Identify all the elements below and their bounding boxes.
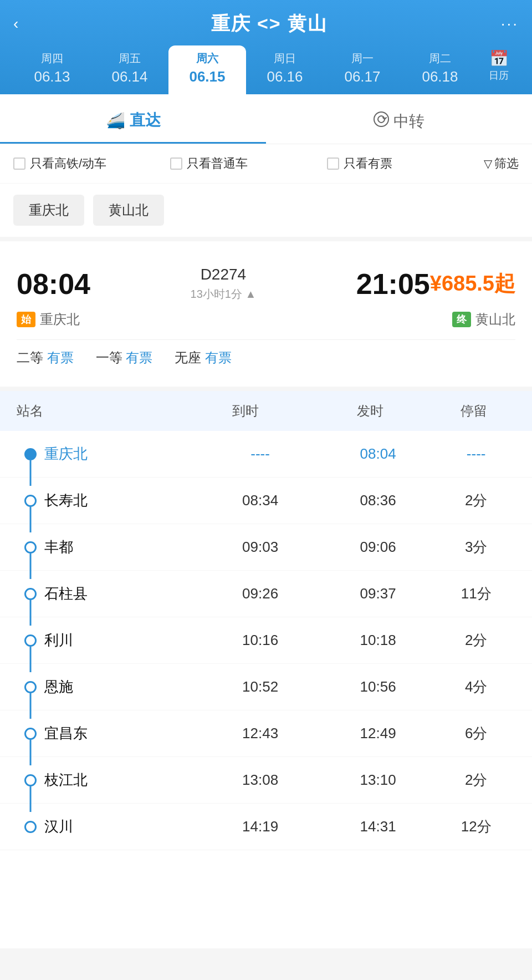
departure-time: 08:04 bbox=[17, 267, 90, 301]
stop-duration: 2分 bbox=[437, 770, 515, 790]
calendar-tab[interactable]: 📅 日历 bbox=[479, 49, 519, 91]
stop-indicator bbox=[17, 634, 44, 647]
date-tab-tue[interactable]: 周二 06.18 bbox=[401, 45, 479, 94]
from-station-name: 重庆北 bbox=[40, 311, 80, 328]
stop-name: 利川 bbox=[44, 631, 201, 650]
checkbox-ticket[interactable] bbox=[327, 158, 339, 170]
stop-indicator bbox=[17, 728, 44, 740]
stop-duration: ---- bbox=[437, 445, 515, 463]
stop-depart: 08:36 bbox=[319, 492, 437, 509]
stop-row: 石柱县 09:26 09:37 11分 bbox=[0, 571, 532, 617]
avail-no-seat: 无座 有票 bbox=[175, 349, 232, 367]
stop-dot bbox=[24, 588, 37, 600]
date-tab-sun[interactable]: 周日 06.16 bbox=[246, 45, 324, 94]
stop-indicator bbox=[17, 541, 44, 554]
filter-select[interactable]: ▽ 筛选 bbox=[484, 155, 519, 172]
stop-dot bbox=[24, 728, 37, 740]
stop-row: 长寿北 08:34 08:36 2分 bbox=[0, 478, 532, 524]
from-station-badge: 始 重庆北 bbox=[17, 311, 80, 328]
train-card-stations: 始 重庆北 终 黄山北 bbox=[17, 311, 515, 328]
train-number: D2274 bbox=[101, 266, 345, 283]
stop-name: 重庆北 bbox=[44, 444, 201, 464]
col-depart-header: 发时 bbox=[308, 402, 432, 420]
stop-arrive: 13:08 bbox=[201, 771, 319, 789]
stops-section: 站名 到时 发时 停留 重庆北 ---- 08:04 ---- 长寿北 08:3… bbox=[0, 391, 532, 850]
tab-transfer[interactable]: 中转 bbox=[266, 94, 532, 144]
stop-duration: 2分 bbox=[437, 631, 515, 650]
stop-depart: 09:37 bbox=[319, 585, 437, 602]
stop-indicator bbox=[17, 681, 44, 693]
date-tab-mon[interactable]: 周一 06.17 bbox=[324, 45, 401, 94]
filter-row: 只看高铁/动车 只看普通车 只看有票 ▽ 筛选 bbox=[0, 144, 532, 184]
avail-second-class: 二等 有票 bbox=[17, 349, 74, 367]
stop-arrive: 14:19 bbox=[201, 818, 319, 835]
more-button[interactable]: ··· bbox=[501, 15, 519, 33]
filter-funnel-icon: ▽ bbox=[484, 157, 492, 170]
to-station-badge: 终 黄山北 bbox=[452, 311, 515, 328]
stop-arrive: ---- bbox=[201, 445, 319, 463]
stop-arrive: 09:26 bbox=[201, 585, 319, 602]
transfer-icon bbox=[374, 111, 389, 131]
date-tab-thu[interactable]: 周四 06.13 bbox=[13, 45, 91, 94]
filter-gaotie[interactable]: 只看高铁/动车 bbox=[13, 155, 170, 172]
page-title: 重庆 <> 黄山 bbox=[211, 11, 328, 37]
stop-name: 枝江北 bbox=[44, 770, 201, 790]
stop-row: 丰都 09:03 09:06 3分 bbox=[0, 524, 532, 571]
stops-list: 重庆北 ---- 08:04 ---- 长寿北 08:34 08:36 2分 丰… bbox=[0, 431, 532, 850]
header-top: ‹ 重庆 <> 黄山 ··· bbox=[13, 11, 519, 45]
stop-name: 石柱县 bbox=[44, 584, 201, 603]
stop-depart: 08:04 bbox=[319, 445, 437, 463]
station-tag-from[interactable]: 重庆北 bbox=[13, 195, 84, 226]
stop-name: 恩施 bbox=[44, 677, 201, 697]
stop-arrive: 09:03 bbox=[201, 539, 319, 556]
col-stop-header: 停留 bbox=[432, 402, 515, 420]
stop-duration: 3分 bbox=[437, 537, 515, 557]
stop-depart: 09:06 bbox=[319, 539, 437, 556]
stop-indicator bbox=[17, 495, 44, 507]
filter-putong[interactable]: 只看普通车 bbox=[170, 155, 327, 172]
stop-depart: 13:10 bbox=[319, 771, 437, 789]
stop-name: 宜昌东 bbox=[44, 724, 201, 743]
ticket-availability: 二等 有票 一等 有票 无座 有票 bbox=[17, 339, 515, 375]
filter-ticket[interactable]: 只看有票 bbox=[327, 155, 484, 172]
train-icon: 🚄 bbox=[106, 111, 125, 130]
train-card-header: 08:04 D2274 13小时1分 ▲ 21:05 ¥685.5起 bbox=[17, 266, 515, 302]
stop-indicator bbox=[17, 588, 44, 600]
stop-duration: 6分 bbox=[437, 724, 515, 743]
tab-direct[interactable]: 🚄 直达 bbox=[0, 94, 266, 144]
stop-name: 长寿北 bbox=[44, 491, 201, 510]
date-tabs: 周四 06.13 周五 06.14 周六 06.15 周日 06.16 周一 0… bbox=[13, 45, 519, 94]
train-card: 08:04 D2274 13小时1分 ▲ 21:05 ¥685.5起 始 重庆北… bbox=[0, 250, 532, 391]
stop-dot bbox=[24, 634, 37, 647]
checkbox-putong[interactable] bbox=[170, 158, 182, 170]
to-station-name: 黄山北 bbox=[475, 311, 515, 328]
stop-row: 恩施 10:52 10:56 4分 bbox=[0, 664, 532, 710]
checkbox-gaotie[interactable] bbox=[13, 158, 25, 170]
col-arrive-header: 到时 bbox=[183, 402, 308, 420]
stop-depart: 10:56 bbox=[319, 678, 437, 695]
stop-indicator bbox=[17, 821, 44, 833]
calendar-icon: 📅 bbox=[489, 49, 509, 68]
from-badge-label: 始 bbox=[17, 312, 35, 327]
train-duration: 13小时1分 ▲ bbox=[101, 287, 345, 302]
stop-duration: 2分 bbox=[437, 491, 515, 510]
stop-depart: 12:49 bbox=[319, 725, 437, 742]
stop-indicator bbox=[17, 774, 44, 786]
back-button[interactable]: ‹ bbox=[13, 15, 38, 33]
date-tab-fri[interactable]: 周五 06.14 bbox=[91, 45, 168, 94]
stop-dot bbox=[24, 774, 37, 786]
stop-depart: 14:31 bbox=[319, 818, 437, 835]
stop-duration: 11分 bbox=[437, 584, 515, 603]
stop-arrive: 10:52 bbox=[201, 678, 319, 695]
stop-dot bbox=[24, 541, 37, 554]
date-tab-sat[interactable]: 周六 06.15 bbox=[168, 45, 246, 94]
stop-arrive: 10:16 bbox=[201, 632, 319, 649]
train-type-tabs: 🚄 直达 中转 bbox=[0, 94, 532, 144]
stop-row: 枝江北 13:08 13:10 2分 bbox=[0, 757, 532, 804]
arrival-time: 21:05 bbox=[356, 267, 430, 301]
station-tag-to[interactable]: 黄山北 bbox=[93, 195, 164, 226]
svg-point-0 bbox=[374, 112, 388, 126]
stop-indicator bbox=[17, 448, 44, 460]
stop-arrive: 08:34 bbox=[201, 492, 319, 509]
stops-header: 站名 到时 发时 停留 bbox=[0, 391, 532, 431]
